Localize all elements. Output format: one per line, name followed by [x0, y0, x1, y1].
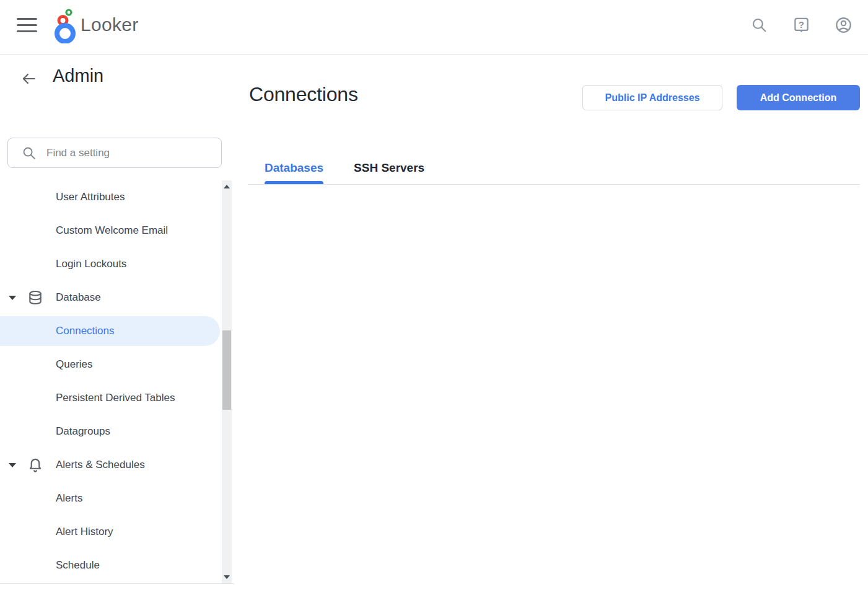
sidebar-item-connections[interactable]: Connections	[0, 314, 222, 348]
sidebar-item-schedule[interactable]: Schedule	[0, 549, 222, 582]
settings-nav: User Attributes Custom Welcome Email Log…	[0, 180, 222, 583]
sidebar-scrollbar[interactable]	[222, 180, 232, 583]
sidebar-item-label: Schedule	[0, 559, 100, 572]
tab-ssh-servers[interactable]: SSH Servers	[354, 152, 424, 184]
admin-sidebar: Admin User Attributes Custom Welcome Ema…	[0, 55, 234, 597]
sidebar-item-label: Login Lockouts	[0, 258, 126, 270]
sidebar-item-alerts[interactable]: Alerts	[0, 482, 222, 515]
search-input[interactable]	[46, 147, 201, 159]
back-arrow-icon[interactable]	[19, 69, 38, 89]
caret-down-icon[interactable]	[9, 296, 16, 300]
sidebar-divider	[0, 583, 234, 584]
scroll-down-icon[interactable]	[222, 572, 232, 582]
active-tab-underline	[265, 181, 323, 184]
sidebar-item-datagroups[interactable]: Datagroups	[0, 415, 222, 448]
looker-logo-icon	[52, 6, 77, 43]
sidebar-item-login-lockouts[interactable]: Login Lockouts	[0, 247, 222, 281]
looker-logo[interactable]: Looker	[52, 6, 139, 43]
search-icon[interactable]	[749, 15, 769, 35]
connections-page: Connections Public IP Addresses Add Conn…	[234, 55, 868, 597]
sidebar-item-label: Custom Welcome Email	[0, 224, 168, 237]
page-title: Connections	[249, 83, 358, 106]
sidebar-item-alert-history[interactable]: Alert History	[0, 515, 222, 549]
sidebar-item-label: Connections	[0, 325, 115, 337]
tab-label: Databases	[265, 161, 323, 175]
sidebar-item-label: Alerts	[0, 492, 82, 505]
sidebar-item-user-attributes[interactable]: User Attributes	[0, 180, 222, 214]
top-bar: Looker ?	[0, 0, 868, 55]
sidebar-item-label: Alert History	[0, 526, 113, 538]
tab-databases[interactable]: Databases	[265, 152, 323, 184]
sidebar-title: Admin	[53, 66, 103, 86]
svg-text:?: ?	[798, 19, 804, 29]
sidebar-section-database[interactable]: Database	[0, 281, 222, 314]
public-ip-addresses-button[interactable]: Public IP Addresses	[582, 85, 722, 110]
find-setting-search	[7, 138, 222, 168]
sidebar-item-persistent-derived-tables[interactable]: Persistent Derived Tables	[0, 381, 222, 415]
sidebar-item-queries[interactable]: Queries	[0, 348, 222, 381]
sidebar-section-alerts-schedules[interactable]: Alerts & Schedules	[0, 448, 222, 482]
bell-icon	[27, 457, 43, 475]
tab-label: SSH Servers	[354, 161, 424, 175]
logo-text: Looker	[81, 14, 139, 35]
sidebar-item-custom-welcome-email[interactable]: Custom Welcome Email	[0, 214, 222, 247]
sidebar-section-label: Alerts & Schedules	[0, 459, 145, 471]
database-icon	[27, 290, 43, 308]
account-icon[interactable]	[833, 15, 853, 35]
add-connection-button[interactable]: Add Connection	[737, 85, 860, 110]
hamburger-menu-icon[interactable]	[17, 17, 38, 33]
sidebar-item-label: Persistent Derived Tables	[0, 392, 175, 404]
caret-down-icon[interactable]	[9, 463, 16, 467]
sidebar-item-label: Queries	[0, 358, 93, 371]
sidebar-item-label: User Attributes	[0, 191, 125, 203]
search-icon	[22, 146, 36, 160]
connections-tabs: Databases SSH Servers	[248, 152, 860, 185]
scrollbar-thumb[interactable]	[222, 330, 231, 410]
help-icon[interactable]: ?	[791, 15, 811, 35]
sidebar-item-label: Datagroups	[0, 425, 110, 438]
scroll-up-icon[interactable]	[222, 182, 232, 192]
